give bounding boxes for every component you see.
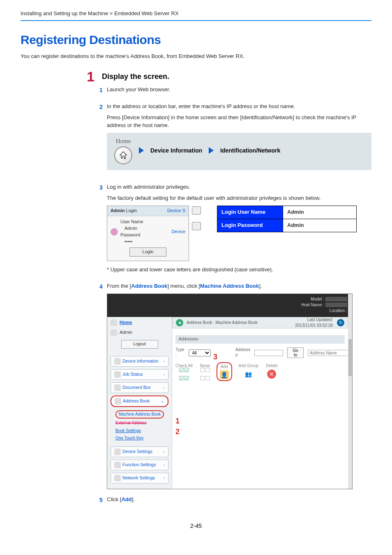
refresh-button[interactable]: ↻ [337, 319, 344, 326]
subnav-machine-address-book[interactable]: Machine Address Book [115, 410, 164, 419]
model-label: Model : XXXXXXXX [112, 296, 347, 302]
login-button[interactable]: Login [129, 247, 166, 257]
devset-icon [114, 449, 121, 455]
step-number: 1 [80, 69, 95, 83]
device-link: Device [171, 229, 185, 235]
step-title: Display the screen. [102, 69, 169, 82]
action-check-all[interactable]: Check All☑☑☑☑ [175, 363, 193, 379]
address-book-subnav: Machine Address Book External Address Bo… [111, 409, 168, 446]
panel-device-info: Device Information [150, 146, 202, 155]
menu-device-information[interactable]: Device Information› [111, 356, 168, 367]
callout-2: 2 [175, 426, 180, 437]
action-delete[interactable]: Delete✕ [266, 363, 278, 379]
substep-num-1: 1 [99, 86, 107, 94]
netset-icon [114, 475, 121, 481]
last-updated-label: Last Updated: [295, 317, 333, 323]
home-panel: Home Device Information Identification/N… [107, 133, 371, 171]
substep-3-note: The factory default setting for the defa… [107, 194, 371, 202]
menu-network-settings[interactable]: Network Settings› [111, 473, 168, 483]
devinfo-icon [114, 358, 121, 365]
chevron-right-icon: › [164, 358, 165, 364]
ews-left-nav: Home Admin Logout Device Information› Jo… [107, 317, 172, 489]
action-add[interactable]: Add👤 [217, 363, 231, 381]
ews-content: Addresses Type : All Address # Go to 🔍 C… [172, 332, 348, 486]
substep-num-4: 4 [99, 282, 107, 291]
action-add-group[interactable]: Add Group👥 [239, 363, 258, 379]
substep-num-3: 3 [99, 183, 107, 192]
breadcrumb: Installing and Setting up the Machine > … [21, 10, 371, 18]
panel-identification: Identification/Network [220, 146, 280, 155]
substep-4-text: From the [Address Book] menu, click [Mac… [107, 282, 371, 290]
arrow-icon [139, 147, 144, 154]
back-button[interactable]: ◄ [176, 319, 183, 326]
chevron-down-icon: ⌄ [161, 398, 164, 404]
substep-2-text: In the address or location bar, enter th… [107, 103, 371, 111]
admin-login-panel: Admin Login Device S User Name Admin Pas… [107, 206, 189, 261]
admin-login-title: Admin [111, 208, 125, 213]
action-none[interactable]: None☐☐☐☐ [200, 363, 210, 379]
printer-icon [192, 206, 201, 215]
nav-admin: Admin [111, 329, 168, 336]
subnav-one-touch-key[interactable]: One Touch Key [115, 435, 167, 442]
password-value: ••••• [120, 238, 145, 245]
substep-num-2: 2 [99, 103, 107, 111]
home-icon [111, 319, 117, 326]
chevron-right-icon: › [164, 475, 165, 481]
chevron-right-icon: › [164, 449, 165, 455]
rule [21, 20, 371, 21]
type-select[interactable]: All [189, 349, 211, 356]
case-sensitive-note: * Upper case and lower case letters are … [107, 266, 371, 274]
home-label: Home [116, 137, 131, 146]
address-book-link: Address Book [131, 283, 167, 289]
subnav-book-settings[interactable]: Book Settings [115, 428, 167, 434]
add-link: Add [121, 496, 131, 502]
admin-login-device-s: Device S [167, 208, 185, 214]
callout-3: 3 [213, 352, 217, 362]
substep-2-note: Press [Device Information] in the home s… [107, 114, 371, 130]
monitor-icon [192, 222, 201, 230]
menu-function-settings[interactable]: Function Settings› [111, 460, 168, 470]
menu-device-settings[interactable]: Device Settings› [111, 446, 168, 457]
location-label: Location : [112, 308, 347, 314]
nav-home[interactable]: Home [111, 319, 168, 326]
scrollbar[interactable] [348, 294, 352, 489]
addrbook-icon [115, 398, 121, 405]
docbox-icon [114, 384, 121, 391]
cred-user-key: Login User Name [217, 206, 283, 219]
address-number-label: Address # [235, 347, 251, 359]
callout-1: 1 [175, 416, 180, 426]
ews-screenshot: Model : XXXXXXXX Host Name : XXXXXXXX Lo… [107, 294, 353, 489]
user-icon [111, 329, 117, 336]
ews-topbar: Model : XXXXXXXX Host Name : XXXXXXXX Lo… [107, 294, 352, 318]
address-name-input[interactable] [308, 350, 349, 356]
substep-5-text: Click [Add]. [107, 496, 371, 504]
cred-user-val: Admin [283, 206, 357, 219]
password-label: Password [120, 232, 142, 237]
chevron-right-icon: › [164, 371, 165, 377]
logout-button[interactable]: Logout [121, 340, 158, 349]
addresses-heading: Addresses [175, 335, 345, 344]
chevron-right-icon: › [164, 384, 165, 391]
type-label: Type : [175, 347, 184, 359]
menu-job-status[interactable]: Job Status› [111, 369, 168, 380]
credentials-table: Login User Name Admin Login Password Adm… [217, 206, 357, 232]
goto-button[interactable]: Go to [287, 347, 303, 358]
user-icon [111, 228, 118, 236]
address-number-input[interactable] [254, 350, 283, 356]
home-icon[interactable] [114, 146, 132, 164]
substep-1-text: Launch your Web browser. [107, 86, 371, 94]
funcset-icon [114, 462, 121, 468]
page-heading: Registering Destinations [21, 31, 371, 49]
crumb-text: Address Book : Machine Address Book [187, 320, 258, 326]
cred-pass-key: Login Password [217, 219, 283, 232]
hostname-label: Host Name : XXXXXXXX [112, 302, 347, 308]
last-updated-value: 2013/11/01 03:52:30 [295, 323, 333, 329]
user-name-value: Admin [120, 225, 145, 232]
subnav-external-address[interactable]: External Address [115, 420, 167, 426]
cred-pass-val: Admin [283, 219, 357, 232]
chevron-right-icon: › [164, 462, 165, 468]
menu-address-book[interactable]: Address Book⌄ [111, 395, 168, 407]
menu-document-box[interactable]: Document Box› [111, 382, 168, 393]
user-name-label: User Name [120, 219, 145, 224]
substep-3-text: Log in with administrator privileges. [107, 183, 371, 191]
